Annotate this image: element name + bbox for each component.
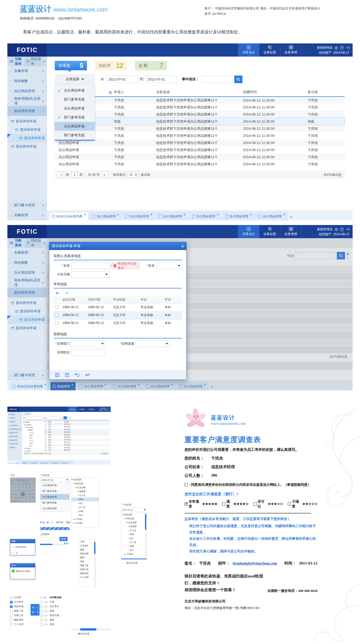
checkbox[interactable]	[40, 596, 43, 599]
tree-node[interactable]: • 李四	[71, 509, 99, 513]
option-checkbox[interactable]	[288, 502, 291, 506]
expand-toggle-icon[interactable]: +	[42, 373, 44, 377]
job-input[interactable]	[71, 349, 106, 356]
birth-select[interactable]	[71, 271, 110, 278]
calendar-day[interactable]: 4	[32, 499, 35, 503]
mini-gender-select[interactable]	[47, 417, 63, 419]
row-checkbox[interactable]	[55, 313, 58, 317]
mini-open-tab[interactable]: 办公用品管理	[29, 461, 39, 465]
expand-toggle-icon[interactable]: +	[42, 251, 44, 255]
help-icon[interactable]: ?	[340, 228, 344, 231]
list-item[interactable]: 绘图工具	[80, 567, 95, 571]
mini-nav-item[interactable]: 证券运营	[77, 407, 86, 412]
stepper-row[interactable]: 10 ▲▼	[32, 605, 38, 610]
sidebar-subitem[interactable]: 面试评价申请	[7, 117, 47, 126]
open-tab[interactable]: 办公用品管理 ×	[256, 212, 287, 220]
mini-table-row[interactable]: 11 张三 技术专员	[45, 449, 110, 452]
close-icon[interactable]: ×	[45, 383, 46, 386]
dropdown-option[interactable]: 部门参考充值	[55, 95, 95, 104]
checkbox-item[interactable]: 绘图工具	[10, 613, 33, 618]
table-row[interactable]: 办公用品申请 卞洪杰 信息技术部卞洪杰申请办公用品胶棒11个 2014-06-1…	[55, 132, 345, 139]
expand-toggle-icon[interactable]: +	[42, 89, 44, 93]
mini-open-tab[interactable]: »	[70, 461, 73, 465]
sidebar-subitem[interactable]: 面试评价申请	[7, 316, 47, 324]
channel-select[interactable]	[136, 341, 170, 347]
vertical-scrollbar[interactable]	[94, 540, 95, 586]
open-tab[interactable]: 办公用品管理 ×	[223, 212, 254, 220]
list-item[interactable]: 摄影器材	[80, 571, 95, 575]
reset-icon[interactable]: ⇄	[347, 253, 349, 256]
name2-select[interactable]	[156, 262, 182, 269]
sidebar-subitem[interactable]: 面试评价申请	[7, 324, 47, 332]
brand-site-link[interactable]: www.lanlanwork.com	[53, 6, 108, 13]
vertical-scrollbar[interactable]	[145, 513, 146, 558]
tagged-checkbox-item[interactable]: ID 长列表名称	[40, 595, 71, 600]
tagged-checkbox-item[interactable]: CN 健身	[40, 618, 71, 622]
mini-tree-node[interactable]: • 张三	[23, 437, 44, 439]
survey-brand-site[interactable]: www.lanlanwork.com	[211, 421, 246, 426]
next-page-button[interactable]: ▶	[102, 172, 108, 178]
email-link[interactable]: bianhongjie@sinochem.com	[233, 561, 277, 566]
tree-node[interactable]: ▾ 财务部	[122, 525, 146, 528]
tree-node[interactable]: • 李四	[122, 544, 146, 548]
expand-toggle-icon[interactable]: −	[42, 109, 44, 113]
close-icon[interactable]: ×	[217, 213, 218, 216]
mini-sidebar-item[interactable]: ∷ 部门餐卡管理	[7, 442, 22, 446]
logout-icon[interactable]	[346, 46, 349, 49]
open-tab[interactable]: 办公用品管理 ×	[90, 212, 121, 220]
mini-table-row[interactable]: 8 张三 技术专员	[45, 441, 110, 444]
name-input[interactable]	[71, 262, 110, 269]
tree-node[interactable]: ▸ 工作组1	[71, 517, 99, 521]
dropdown-option[interactable]: 部门参考充值	[55, 113, 95, 122]
mini-table-row[interactable]: 5 张三 技术专员	[45, 433, 110, 436]
mini-table-row[interactable]: 4 张三 技术专员	[45, 431, 110, 433]
checkbox[interactable]	[10, 605, 13, 608]
dtree-value[interactable]: 2012-07-01	[121, 508, 147, 512]
event-desc-input[interactable]	[201, 76, 232, 83]
list-item[interactable]: 我的归属	[80, 552, 95, 556]
table-row[interactable]: 办公用品申请 卞洪杰 信息技术部卞洪杰申请办公用品胶棒11个 2014-06-1…	[55, 139, 345, 146]
option-checkbox[interactable]	[222, 502, 225, 506]
search-button[interactable]	[337, 252, 345, 259]
mini-table-row[interactable]: 10 张三 技术专员	[45, 446, 110, 449]
mini-tree-node[interactable]: ▾ 外贸信托	[23, 423, 44, 426]
status-tab[interactable]: 待处理 12	[95, 61, 127, 70]
checkbox[interactable]	[10, 614, 13, 617]
tagged-checkbox-item[interactable]: CN 中国	[40, 600, 71, 604]
tree-node[interactable]: ▸ 工作组1	[122, 552, 146, 556]
dropdown-item[interactable]: 办公用品申请	[40, 482, 69, 488]
checkbox-item[interactable]: 文艺青年	[10, 600, 33, 604]
list-item[interactable]: 美食	[80, 560, 95, 563]
tree-node[interactable]: • 张三	[122, 536, 146, 540]
sidebar-group[interactable]: ∷ 部门餐卡管理 +	[7, 370, 47, 380]
tree-node[interactable]: • 张三	[71, 513, 99, 517]
sidebar-group[interactable]: ∷ 部门餐卡管理 +	[7, 200, 47, 210]
checkbox[interactable]	[10, 619, 13, 621]
checkbox[interactable]	[10, 601, 13, 603]
tree-node[interactable]: ▾ 北京总部	[71, 486, 99, 490]
category-select[interactable]: 分类选择	[55, 74, 95, 84]
sidebar-group[interactable]: ∷ 办公用品管理 +	[7, 86, 47, 96]
tree-node[interactable]: • 王小五	[71, 493, 99, 497]
sidebar-group[interactable]: ∷ 商务用酒&礼品管理 +	[7, 278, 47, 288]
sidebar-group[interactable]: ∷ 我的参数 +	[7, 258, 47, 268]
mini-name-input[interactable]	[27, 417, 42, 419]
open-tab[interactable]: 办公用品管理 ×	[189, 212, 221, 220]
remove-row-button[interactable]: －	[64, 291, 69, 295]
tree-node[interactable]: • 王小五	[71, 505, 99, 509]
undo-icon[interactable]	[75, 373, 80, 377]
dropdown-option[interactable]: 办公用品申请	[55, 104, 95, 113]
open-tab[interactable]: 办公用品管理 ×	[123, 212, 155, 220]
browse-button[interactable]: 浏览	[60, 537, 67, 541]
status-tab[interactable]: 提 醒 7	[135, 61, 167, 70]
expand-toggle-icon[interactable]: +	[42, 203, 44, 207]
checkbox[interactable]	[40, 623, 43, 626]
upload-icon[interactable]	[65, 373, 69, 377]
tree-node[interactable]: • 张三	[122, 548, 146, 552]
mini-table-row[interactable]: 2 张三 技术专员	[45, 426, 110, 428]
add-row-button[interactable]: ＋	[55, 291, 60, 295]
stepper-row[interactable]: 20 ▲▼	[32, 610, 38, 615]
return-icon[interactable]	[85, 373, 90, 377]
tree-node[interactable]: ▾ 外贸信托	[71, 482, 99, 486]
dropdown-option[interactable]: 办公用品申请	[55, 86, 95, 95]
